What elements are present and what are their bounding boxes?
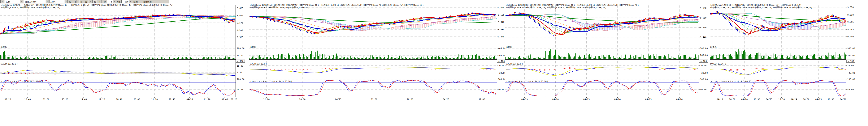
chart-canvas[interactable]: 9,6509,5809,5109,440700.00260.0020.00-20…: [505, 0, 709, 104]
mini-dropdown[interactable]: ▼: [0, 0, 5, 3]
svg-text:× 100: × 100: [847, 60, 854, 62]
chart-panel-60min[interactable]: 日経225mini 12/06( 60分, 2012/04/18 - 2012/…: [710, 0, 868, 126]
apply-button[interactable]: 適用: [132, 0, 139, 3]
contract-value: 12/06: [50, 1, 64, 3]
svg-text:13:20: 13:20: [62, 98, 68, 101]
minute-stepper[interactable]: 5 ◢: [107, 0, 115, 3]
chevron-down-icon[interactable]: ▼: [1, 0, 4, 3]
contract-dropdown[interactable]: 12/06 ▼: [50, 0, 68, 3]
svg-text:10:40: 10:40: [25, 98, 31, 101]
svg-text:04/26: 04/26: [443, 98, 449, 101]
svg-text:330.00: 330.00: [847, 54, 855, 57]
svg-text:09:20: 09:20: [231, 98, 237, 101]
chart-canvas[interactable]: 9,6409,5909,5409,4909,440445.00165.0020.…: [249, 0, 505, 104]
svg-text:出来高: 出来高: [250, 46, 256, 48]
svg-text:9,555: 9,555: [847, 21, 854, 23]
svg-text:445.00: 445.00: [498, 47, 505, 50]
bars-label: 本数: [116, 0, 121, 3]
period-button-minute[interactable]: 分: [93, 0, 97, 3]
svg-text:40.00: 40.00: [700, 88, 707, 91]
svg-text:9,540: 9,540: [498, 21, 504, 24]
svg-text:40.00: 40.00: [847, 88, 854, 91]
svg-text:14:40: 14:40: [81, 98, 87, 101]
svg-text:04/20: 04/20: [552, 98, 559, 101]
svg-text:× 100: × 100: [237, 60, 243, 62]
svg-text:9,670: 9,670: [847, 6, 854, 9]
svg-text:12:00: 12:00: [479, 98, 485, 101]
bars-stepper[interactable]: 500 ◢: [121, 0, 131, 3]
minute-value: 5: [107, 1, 113, 3]
svg-text:04/20: 04/20: [741, 98, 748, 101]
svg-text:20:00: 20:00: [299, 98, 306, 101]
svg-text:16:30: 16:30: [803, 98, 809, 101]
chart-panel-15min[interactable]: 日経225mini 12/06( 15分, 2012/04/18 - 2012/…: [249, 0, 505, 126]
chevron-down-icon[interactable]: ▼: [64, 0, 68, 3]
svg-text:100.00: 100.00: [700, 78, 708, 81]
svg-text:× 100: × 100: [498, 60, 504, 62]
svg-text:04/19: 04/19: [717, 98, 723, 101]
period-button-day[interactable]: 日: [79, 0, 83, 3]
svg-text:16:30: 16:30: [729, 98, 735, 101]
category-dropdown[interactable]: 先物 ▼: [5, 0, 24, 3]
svg-text:15.00: 15.00: [237, 65, 243, 67]
svg-text:04/25: 04/25: [645, 98, 652, 101]
svg-text:17:20: 17:20: [99, 98, 105, 101]
svg-text:04/24: 04/24: [614, 98, 621, 101]
svg-text:20:00: 20:00: [134, 98, 140, 101]
svg-text:16:30: 16:30: [828, 98, 834, 101]
ashi-value: 1: [72, 1, 76, 3]
chart-toolbar: ▼ 先物 ▼ 日経225mini ▼ 12/06 ▼ 足 1 ◢ 日 週 月 分…: [0, 0, 169, 3]
category-value: 先物: [5, 0, 20, 3]
period-button-month[interactable]: 月: [89, 0, 93, 3]
svg-text:9,440: 9,440: [498, 35, 504, 38]
svg-text:04/23: 04/23: [583, 98, 590, 101]
chart-panel-30min[interactable]: 日経225mini 12/06( 30分, 2012/04/18 - 2012/…: [505, 0, 709, 126]
svg-text:9,575: 9,575: [237, 22, 243, 24]
svg-text:スロー・ストキャスティクス( 14, 3, 80, 20 ): スロー・ストキャスティクス( 14, 3, 80, 20 ): [250, 80, 292, 83]
svg-text:04/25: 04/25: [335, 98, 341, 101]
svg-text:20.00: 20.00: [700, 64, 707, 67]
chart-canvas[interactable]: 9,6259,6009,5759,5509,525200.0070.0015.0…: [0, 0, 249, 104]
bars-value: 500: [122, 1, 129, 3]
svg-text:スロー・ストキャスティクス( 14, 3, 80, 20 ): スロー・ストキャスティクス( 14, 3, 80, 20 ): [710, 80, 752, 83]
svg-text:× 100: × 100: [700, 60, 707, 62]
svg-text:9,495: 9,495: [847, 28, 854, 31]
svg-text:20:00: 20:00: [407, 98, 413, 101]
svg-text:165.00: 165.00: [498, 54, 505, 57]
chart-panel-5min[interactable]: 日経225mini 12/06( 5分, 2012/04/24 - 2012/0…: [0, 0, 249, 126]
chevron-down-icon[interactable]: ▼: [20, 0, 23, 3]
minute-label: 分: [103, 0, 106, 3]
svg-text:04/23: 04/23: [766, 98, 772, 101]
svg-text:9,640: 9,640: [498, 6, 504, 9]
chevron-down-icon[interactable]: ▼: [45, 0, 49, 3]
svg-text:900.00: 900.00: [847, 47, 855, 50]
spinner-icon[interactable]: ◢: [113, 0, 115, 3]
svg-text:9,625: 9,625: [237, 7, 243, 9]
svg-text:出来高: 出来高: [506, 46, 512, 48]
svg-text:9,580: 9,580: [700, 17, 707, 19]
period-button-tick[interactable]: T: [98, 0, 102, 3]
svg-text:04/25: 04/25: [815, 98, 822, 101]
svg-text:04/24: 04/24: [790, 98, 797, 101]
svg-text:18:40: 18:40: [116, 98, 122, 101]
svg-text:70.00: 70.00: [237, 54, 243, 57]
svg-text:スロー・ストキャスティクス( 14, 3, 80, 20 ): スロー・ストキャスティクス( 14, 3, 80, 20 ): [1, 80, 43, 83]
spinner-icon[interactable]: ◢: [76, 0, 79, 3]
svg-text:100.00: 100.00: [847, 78, 855, 81]
svg-text:MACD( 12, 26, 9 ): MACD( 12, 26, 9 ): [1, 63, 18, 65]
svg-text:04/26: 04/26: [676, 98, 683, 101]
svg-text:9,600: 9,600: [237, 14, 243, 17]
svg-text:01:20: 01:20: [204, 98, 211, 101]
chart-canvas[interactable]: 9,6709,6109,5559,4959,440900.00330.0025.…: [710, 0, 868, 104]
svg-text:9,590: 9,590: [498, 14, 504, 16]
svg-text:出来高: 出来高: [1, 46, 7, 48]
svg-text:22:40: 22:40: [169, 98, 175, 101]
spinner-icon[interactable]: ◢: [129, 0, 131, 3]
svg-text:9,525: 9,525: [237, 36, 243, 38]
svg-text:2.50: 2.50: [237, 71, 242, 74]
svg-text:MACD( 12, 26, 9 ): MACD( 12, 26, 9 ): [710, 63, 727, 65]
multi-symbol-button[interactable]: 複数銘柄: [142, 0, 153, 3]
ashi-stepper[interactable]: 1 ◢: [72, 0, 79, 3]
symbol-dropdown[interactable]: 日経225mini ▼: [24, 0, 49, 3]
period-button-week[interactable]: 週: [84, 0, 88, 3]
